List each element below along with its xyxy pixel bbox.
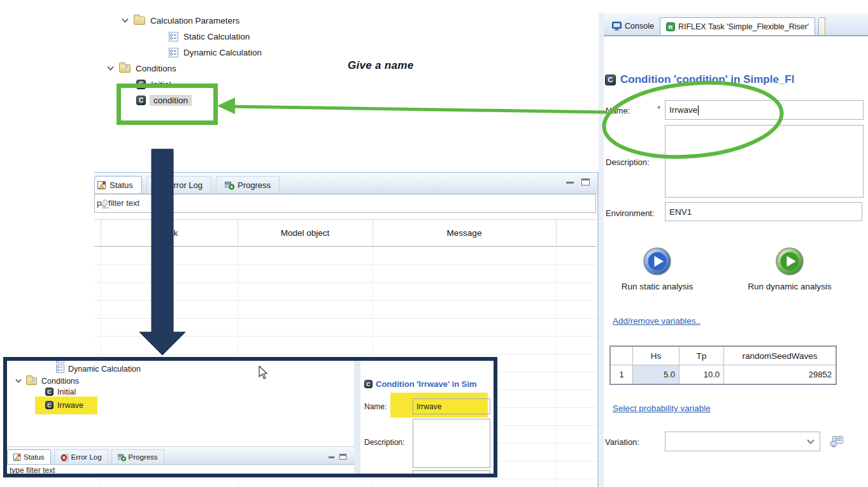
tab-label: Console (625, 22, 654, 31)
tab-label: Error Log (168, 180, 203, 190)
inset-description-textarea (413, 419, 490, 468)
editor-panel: Console R RIFLEX Task 'Simple_Flexible_R… (604, 13, 868, 487)
tp-cell[interactable]: 10.0 (679, 365, 724, 384)
environment-label: Environment: (606, 208, 655, 218)
status-icon (97, 180, 106, 189)
console-icon (612, 22, 622, 31)
calculation-icon (169, 32, 178, 41)
inset-status-tabbar: Status Error Log Progress (7, 446, 359, 464)
condition-icon: C (605, 75, 616, 85)
description-label: Description: (364, 438, 404, 447)
tree-item-label: Dynamic Calculation (68, 365, 141, 374)
variation-editor-button[interactable] (827, 433, 847, 451)
column-header-seed: randomSeedWaves (724, 347, 836, 365)
minimize-button (329, 456, 334, 458)
inset-name-input: Irrwave (413, 398, 490, 414)
error-log-icon (155, 180, 165, 190)
folder-icon (26, 377, 37, 385)
mouse-cursor (259, 366, 269, 380)
progress-icon (225, 180, 234, 190)
variables-table-header-row: Hs Tp randomSeedWaves (611, 347, 836, 365)
condition-icon: C (364, 380, 373, 388)
tab-error-log[interactable]: Error Log (146, 176, 211, 193)
run-dynamic-label: Run dynamic analysis (736, 282, 844, 291)
folder-icon (119, 64, 131, 73)
run-static-label: Run static analysis (609, 282, 705, 291)
tree-item-dynamic-calculation[interactable]: Dynamic Calculation (169, 46, 262, 59)
green-arrow-line (228, 106, 606, 112)
minimize-button[interactable] (566, 182, 574, 184)
hs-cell[interactable]: 5.0 (633, 365, 679, 384)
seed-cell[interactable]: 29852 (724, 365, 836, 384)
clear-filter-icon[interactable] (97, 198, 590, 208)
editor-tabbar: Console R RIFLEX Task 'Simple_Flexible_R… (604, 13, 868, 36)
select-probability-variable-link[interactable]: Select probability variable (613, 403, 711, 413)
condition-icon: C (45, 388, 53, 396)
environment-value: ENV1 (669, 207, 692, 217)
filter-text: type filter text (10, 466, 55, 474)
error-log-icon (60, 453, 69, 462)
panel-divider (354, 361, 360, 474)
row-index-cell: 1 (611, 365, 633, 384)
tab-label: Status (110, 180, 133, 190)
inset-tree-item-conditions: Conditions (15, 375, 79, 386)
column-header-model-object: Model object (238, 220, 373, 246)
chevron-down-icon[interactable] (807, 439, 815, 444)
name-input[interactable]: Irrwave (665, 100, 864, 120)
inset-tab-progress: Progress (111, 449, 164, 464)
riflex-task-icon: R (666, 22, 675, 31)
column-header-hs: Hs (633, 347, 679, 365)
maximize-button (339, 454, 346, 460)
tab-label: Error Log (71, 453, 102, 461)
status-table-header: Task Model object Message (94, 219, 596, 247)
variation-label: Variation: (605, 437, 639, 447)
tree-item-label: Irrwave (57, 401, 83, 410)
inset-editor-title: Condition 'Irrwave' in Sim (376, 379, 477, 389)
tab-progress[interactable]: Progress (216, 176, 280, 193)
add-remove-variables-link[interactable]: Add/remove variables.. (613, 316, 701, 326)
column-header-message: Message (373, 220, 556, 246)
tab-label: Progress (238, 180, 271, 190)
tab-partial[interactable] (818, 17, 825, 35)
column-header-task: Task (101, 220, 238, 246)
tree-item-calculation-parameters[interactable]: Calculation Parameters (122, 14, 239, 27)
inset-partial-field (413, 470, 490, 474)
inset-tab-error-log: Error Log (54, 449, 108, 464)
environment-input[interactable]: ENV1 (665, 202, 862, 221)
editor-header: C Condition 'condition' in Simple_Fl (605, 73, 866, 86)
green-highlight-box (117, 84, 218, 125)
chevron-down-icon[interactable] (107, 66, 114, 71)
panel-sash[interactable] (599, 13, 604, 487)
status-icon (13, 453, 21, 461)
screen: Calculation Parameters Static Calculatio… (0, 0, 868, 487)
maximize-button[interactable] (581, 178, 590, 185)
tree-item-conditions[interactable]: Conditions (107, 62, 176, 75)
chevron-down-icon[interactable] (122, 18, 129, 23)
progress-icon (118, 453, 126, 462)
svg-text:R: R (668, 23, 672, 30)
tree-item-label: Conditions (41, 377, 79, 386)
tab-riflex-task[interactable]: R RIFLEX Task 'Simple_Flexible_Riser' (660, 17, 815, 35)
inset-tree-item-dynamic-calculation: Dynamic Calculation (56, 363, 141, 374)
result-inset-screenshot: Dynamic Calculation Conditions C Initial… (3, 357, 497, 477)
inset-filter-input: type filter text (7, 464, 359, 474)
tree-item-label: Calculation Parameters (150, 16, 239, 25)
variables-table: Hs Tp randomSeedWaves 1 5.0 10.0 29852 (609, 345, 837, 385)
variation-combobox[interactable] (665, 432, 820, 451)
tab-status[interactable]: Status (94, 176, 142, 193)
tab-console[interactable]: Console (606, 17, 660, 35)
name-label: Name: (364, 402, 387, 411)
required-marker: * (657, 104, 660, 113)
green-arrow-head (217, 98, 235, 114)
calculation-icon (56, 365, 64, 373)
run-dynamic-button[interactable] (775, 247, 804, 276)
inset-tree-item-irrwave: C Irrwave (45, 400, 83, 411)
run-static-button[interactable] (643, 247, 672, 276)
tree-item-static-calculation[interactable]: Static Calculation (169, 30, 250, 43)
give-a-name-caption: Give a name (348, 59, 413, 72)
status-view-tabbar: Status Error Log Progress (94, 173, 597, 194)
inset-condition-editor: C Condition 'Irrwave' in Sim Name: Irrwa… (360, 361, 494, 474)
name-label: Name: (606, 106, 630, 115)
filter-input[interactable]: pe filter text (94, 194, 596, 213)
description-textarea[interactable] (665, 125, 864, 198)
